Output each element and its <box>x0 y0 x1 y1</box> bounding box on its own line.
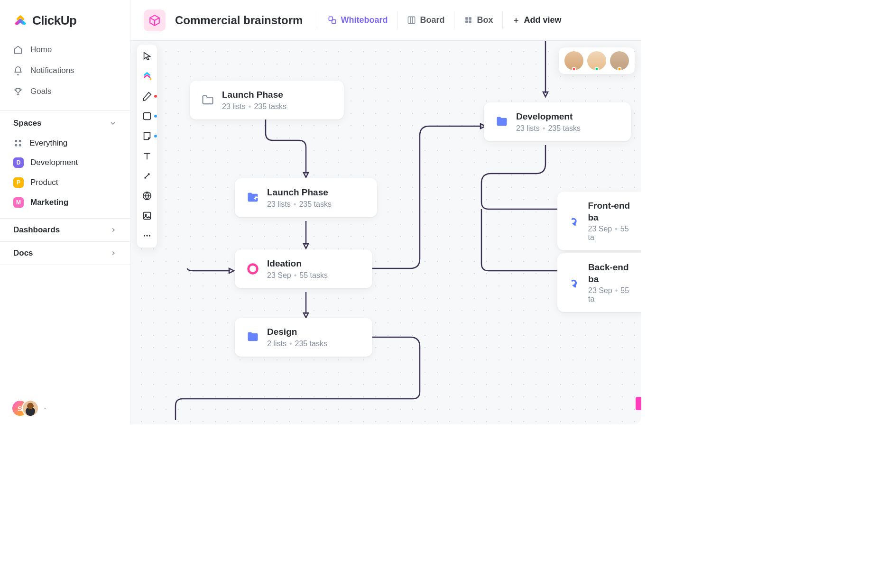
chevron-right-icon <box>110 227 117 233</box>
presence-avatar[interactable] <box>610 51 629 70</box>
node-frontend[interactable]: Front-end ba 23 Sep•55 ta <box>557 192 641 250</box>
spaces-header[interactable]: Spaces <box>0 110 130 134</box>
bell-icon <box>13 66 23 75</box>
sync-folder-icon <box>495 115 508 129</box>
node-title: Back-end ba <box>588 262 636 285</box>
node-development[interactable]: Development 23 lists•235 tasks <box>484 102 631 141</box>
tool-text[interactable] <box>142 151 152 161</box>
nav-label: Goals <box>30 87 51 96</box>
svg-point-15 <box>145 214 147 216</box>
tab-label: Whiteboard <box>341 15 388 25</box>
node-design[interactable]: Design 2 lists•235 tasks <box>235 318 372 357</box>
node-title: Front-end ba <box>588 200 636 223</box>
svg-rect-6 <box>408 17 415 23</box>
node-meta: 23 Sep•55 ta <box>588 225 636 242</box>
folder-icon <box>201 93 214 107</box>
tab-label: Board <box>420 15 444 25</box>
plus-icon <box>512 17 520 24</box>
node-meta: 23 lists•235 tasks <box>516 124 581 133</box>
sync-folder-icon <box>246 191 259 204</box>
node-launch-folder[interactable]: Launch Phase 23 lists•235 tasks <box>190 81 344 119</box>
chevron-down-icon <box>109 119 117 127</box>
sidebar-item-label: Product <box>30 178 58 187</box>
svg-rect-14 <box>144 212 151 220</box>
svg-rect-9 <box>466 20 469 23</box>
node-title: Launch Phase <box>222 89 286 101</box>
tool-clickup[interactable]: + <box>142 71 152 82</box>
node-meta: 23 lists•235 tasks <box>222 102 286 111</box>
view-tabs: Whiteboard Board Box Add view <box>318 11 571 29</box>
sidebar-section-docs[interactable]: Docs <box>0 241 130 265</box>
chevron-right-icon <box>110 250 117 257</box>
node-ideation[interactable]: Ideation 23 Sep•55 tasks <box>235 249 372 288</box>
node-title: Development <box>516 111 581 123</box>
tool-shape[interactable] <box>142 111 152 121</box>
svg-point-17 <box>146 235 148 236</box>
presence-bar[interactable] <box>559 47 635 74</box>
tab-whiteboard[interactable]: Whiteboard <box>318 11 397 29</box>
add-view-button[interactable]: Add view <box>502 11 571 29</box>
logo[interactable]: ClickUp <box>0 0 130 37</box>
svg-point-0 <box>15 140 17 142</box>
whiteboard-toolbox: + <box>137 45 157 248</box>
sidebar-item-label: Development <box>30 158 78 167</box>
tool-pen[interactable] <box>142 91 152 101</box>
svg-point-2 <box>15 145 17 146</box>
node-meta: 23 Sep•55 ta <box>588 286 636 303</box>
tool-image[interactable] <box>142 211 152 221</box>
nav-notifications[interactable]: Notifications <box>7 60 123 81</box>
nav-label: Notifications <box>30 66 74 75</box>
tool-sticky-note[interactable] <box>142 131 152 141</box>
main: Commercial brainstorm Whiteboard Board B… <box>130 0 641 424</box>
tab-board[interactable]: Board <box>397 11 454 29</box>
tool-cursor[interactable] <box>142 51 152 62</box>
sidebar: ClickUp Home Notifications Goals Spaces … <box>0 0 130 424</box>
sidebar-section-dashboards[interactable]: Dashboards <box>0 218 130 241</box>
sync-folder-icon <box>246 331 259 344</box>
spaces-header-label: Spaces <box>13 119 42 128</box>
node-backend[interactable]: Back-end ba 23 Sep•55 ta <box>557 253 641 312</box>
sidebar-item-everything[interactable]: Everything <box>0 134 130 153</box>
section-label: Dashboards <box>13 225 60 235</box>
sidebar-item-label: Everything <box>29 138 67 148</box>
avatar-stack: S <box>11 400 39 417</box>
nav-goals[interactable]: Goals <box>7 81 123 102</box>
presence-avatar[interactable] <box>587 51 606 70</box>
color-dot <box>154 95 157 98</box>
primary-nav: Home Notifications Goals <box>0 37 130 104</box>
svg-rect-12 <box>144 113 151 120</box>
node-meta: 23 lists•235 tasks <box>267 200 332 209</box>
space-badge: M <box>13 197 24 208</box>
nav-home[interactable]: Home <box>7 39 123 60</box>
app-name: ClickUp <box>32 13 76 28</box>
sidebar-item-product[interactable]: P Product <box>0 173 130 193</box>
user-menu[interactable]: S <box>0 392 130 424</box>
svg-point-16 <box>144 235 145 236</box>
svg-text:+: + <box>149 76 152 82</box>
caret-down-icon <box>43 406 47 411</box>
svg-point-1 <box>19 140 21 142</box>
space-badge: P <box>13 177 24 188</box>
cursor-presence-indicator <box>636 397 641 410</box>
loop-arrow-icon <box>569 214 580 228</box>
trophy-icon <box>13 87 23 96</box>
whiteboard-canvas[interactable]: + <box>130 41 641 424</box>
tool-more[interactable] <box>142 230 152 241</box>
sidebar-item-marketing[interactable]: M Marketing <box>0 193 130 212</box>
sidebar-item-label: Marketing <box>30 198 68 207</box>
node-title: Ideation <box>267 258 328 270</box>
space-badge: D <box>13 157 24 168</box>
sidebar-item-development[interactable]: D Development <box>0 153 130 173</box>
presence-avatar[interactable] <box>564 51 583 70</box>
status-ring-icon <box>246 262 259 276</box>
tool-web[interactable] <box>142 191 152 201</box>
tool-connector[interactable] <box>142 171 152 181</box>
tab-box[interactable]: Box <box>454 11 502 29</box>
node-meta: 2 lists•235 tasks <box>267 340 327 348</box>
node-title: Design <box>267 326 327 338</box>
node-title: Launch Phase <box>267 187 332 199</box>
node-launch-phase[interactable]: Launch Phase 23 lists•235 tasks <box>235 178 377 217</box>
node-meta: 23 Sep•55 tasks <box>267 271 328 280</box>
loop-arrow-icon <box>569 276 581 289</box>
whiteboard-icon <box>328 16 337 25</box>
